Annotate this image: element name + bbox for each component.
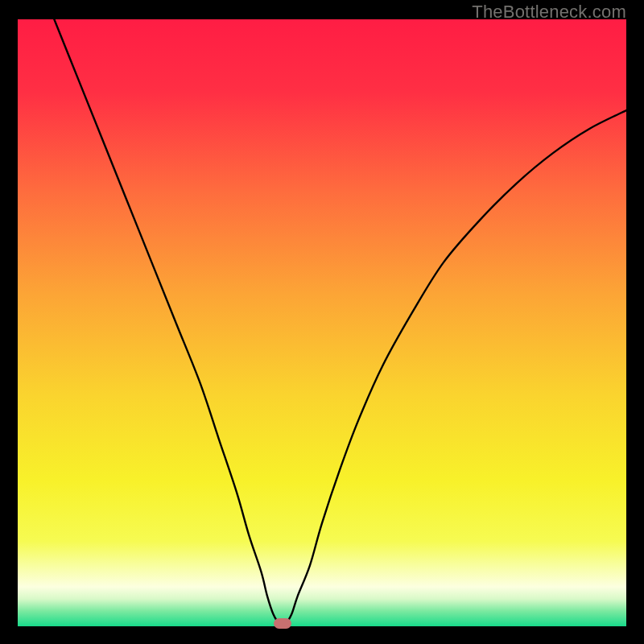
optimum-marker xyxy=(274,618,291,629)
chart-frame xyxy=(18,19,626,626)
chart-plot xyxy=(18,19,626,626)
watermark-text: TheBottleneck.com xyxy=(472,2,626,23)
gradient-background xyxy=(18,19,626,626)
